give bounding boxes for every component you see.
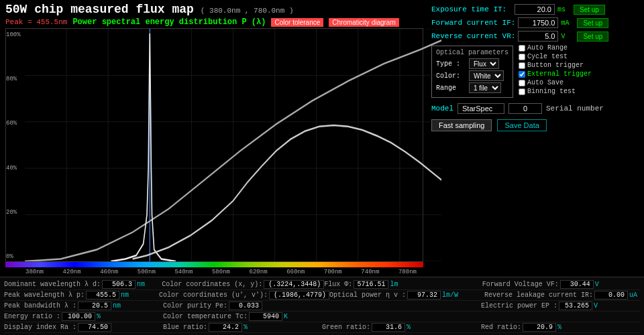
right-options: Auto Range Cycle test Button trigger Ext… [519,44,592,98]
energy-ratio-value: 100.00 [62,312,95,321]
x-label-540: 540nm [174,269,193,275]
cycle-test-label: Cycle test [527,53,568,60]
forward-current-setup-button[interactable]: Set up [577,18,608,28]
flux-cell: Flux Φ: 5716.51 lm [324,280,482,289]
exposure-input[interactable] [515,4,555,15]
color-purity-label: Color purity Pe: [163,302,227,310]
dominant-wl-unit: nm [137,281,148,288]
energy-ratio-label: Energy ratio : [4,313,60,320]
binning-test-label: Binning test [527,88,576,95]
action-buttons: Fast sampling Save Data [431,119,639,131]
save-data-button[interactable]: Save Data [497,119,546,131]
energy-ratio-unit: % [97,313,107,320]
green-ratio-cell: Green ratio: 31.6 % [322,323,481,332]
color-spectrum-bar [5,262,423,267]
energy-ratio-cell: Energy ratio : 100.00 % [4,312,163,321]
optical-params-box: Optical parameters Type : Flux Color: Wh… [431,46,513,98]
color-select[interactable]: White [469,70,504,81]
color-row: Color: White [436,70,508,81]
x-label-580: 580nm [212,269,230,275]
color-purity-value: 0.033 [229,302,262,310]
red-ratio-cell: Red ratio: 20.9 % [481,323,640,332]
optical-and-checks: Optical parameters Type : Flux Color: Wh… [431,44,639,98]
peak-bw-cell: Peak bandwidth λ : 20.5 nm [4,302,163,310]
color-tolerance-button[interactable]: Color tolerance [271,18,323,27]
color-uv-value: (.1986,.4779) [269,291,329,299]
electric-power-label: Electric power EP : [481,302,557,310]
spectrum-chart [25,29,441,261]
power-label: Power spectral energy distribution P (λ) [72,17,266,27]
blue-ratio-unit: % [244,324,254,331]
color-xy-cell: Color coordinates (x, y): (.3224,.3448) [162,280,324,289]
optical-power-value: 97.32 [407,291,441,299]
bottom-section: Dominant wavelength λ d: 506.3 nm Color … [0,277,644,335]
peak-wl-unit: nm [121,291,131,299]
reverse-current-input[interactable] [518,31,558,42]
range-select[interactable]: 1 file [469,82,501,93]
serial-label: Serial number [546,105,604,113]
button-trigger-checkbox[interactable] [519,62,525,69]
green-ratio-value: 31.6 [372,323,405,332]
x-label-460: 460nm [100,269,118,275]
data-row-3: Peak bandwidth λ : 20.5 nm Color purity … [4,301,640,312]
serial-input[interactable] [508,103,542,114]
chart-header-row: Peak = 455.5nm Power spectral energy dis… [5,17,423,27]
binning-test-checkbox[interactable] [519,88,525,95]
peak-wl-label: Peak wavelength λ p: [4,291,85,299]
cycle-test-checkbox[interactable] [519,54,525,60]
flux-label: Flux Φ: [324,281,352,288]
x-label-620: 620nm [250,269,268,275]
y-label-20: 20% [6,209,25,216]
rev-leakage-label: Reverse leakage current IR: [484,291,593,299]
range-row: Range 1 file [436,82,508,93]
fwd-voltage-cell: Forward Voltage VF: 30.44 V [482,280,640,289]
y-label-40: 40% [6,165,25,172]
peak-wl-cell: Peak wavelength λ p: 455.5 nm [4,291,159,299]
peak-bw-unit: nm [113,302,123,310]
x-label-420: 420nm [63,269,81,275]
auto-save-row: Auto Save [519,79,592,86]
rev-leakage-unit: uA [629,291,640,299]
model-input[interactable] [458,103,504,114]
auto-save-checkbox[interactable] [519,80,525,86]
blue-ratio-label: Blue ratio: [163,324,207,331]
button-trigger-row: Button trigger [519,62,592,69]
y-label-0: 0% [6,253,25,260]
exposure-setup-button[interactable]: Set up [574,5,605,15]
forward-current-input[interactable] [518,17,558,28]
peak-bw-label: Peak bandwidth λ : [4,302,76,310]
model-row: Model Serial number [431,103,639,114]
chromaticity-button[interactable]: Chromaticity diagram [329,18,398,27]
binning-test-row: Binning test [519,88,592,95]
x-label-740: 740nm [361,269,379,275]
blue-ratio-cell: Blue ratio: 24.2 % [163,323,322,332]
electric-power-unit: V [594,302,604,310]
reverse-current-row: Reverse current VR: V Set up [431,31,639,42]
y-label-60: 60% [6,120,25,127]
fwd-voltage-value: 30.44 [560,280,594,289]
rev-leakage-value: 0.00 [594,291,628,299]
cycle-test-row: Cycle test [519,53,592,60]
external-trigger-checkbox[interactable] [519,71,525,78]
optical-power-label: Optical power η v : [329,291,406,299]
chart-area: 50W chip measured flux map ( 380.0nm , 7… [0,0,426,277]
auto-range-checkbox[interactable] [519,45,525,52]
page-title: 50W chip measured flux map [5,3,194,16]
reverse-current-unit: V [561,33,574,40]
forward-current-label: Forward current IF: [431,19,515,27]
x-label-780: 780nm [398,269,417,275]
dominant-wl-label: Dominant wavelength λ d: [4,281,101,288]
color-uv-cell: Color coordinates (u', v'): (.1986,.4779… [159,291,329,299]
exposure-row: Exposure time IT: ms Set up [431,4,639,15]
color-xy-value: (.3224,.3448) [264,280,324,289]
reverse-current-setup-button[interactable]: Set up [577,31,608,42]
type-select[interactable]: Flux [469,58,499,69]
data-row-4: Energy ratio : 100.00 % Color temperatur… [4,312,640,322]
y-label-80: 80% [6,76,25,82]
forward-current-row: Forward current IF: mA Set up [431,17,639,28]
optical-power-unit: lm/W [442,291,458,299]
x-label-700: 700nm [324,269,342,275]
button-trigger-label: Button trigger [527,62,584,69]
display-ra-label: Display index Ra : [4,324,76,331]
electric-power-value: 53.265 [559,302,592,310]
